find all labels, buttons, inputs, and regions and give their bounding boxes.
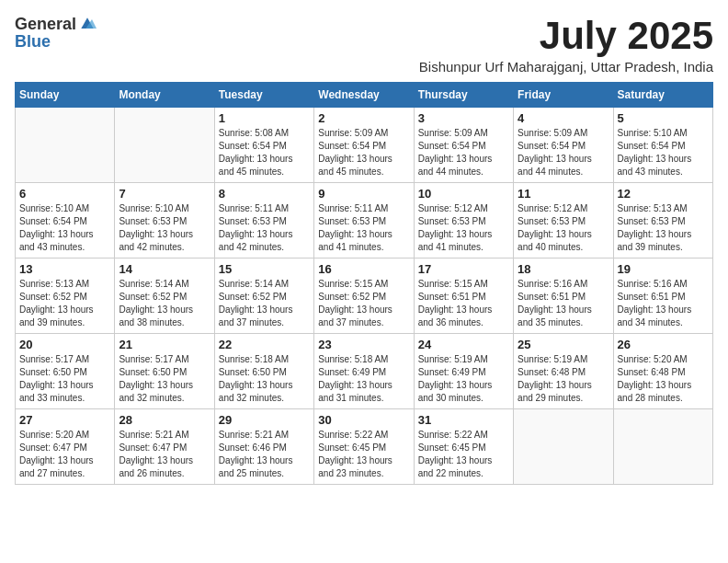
calendar-cell: 5Sunrise: 5:10 AM Sunset: 6:54 PM Daylig… (613, 108, 712, 183)
calendar-cell: 19Sunrise: 5:16 AM Sunset: 6:51 PM Dayli… (613, 259, 712, 334)
day-number: 20 (19, 338, 110, 351)
calendar-cell: 26Sunrise: 5:20 AM Sunset: 6:48 PM Dayli… (613, 334, 712, 409)
calendar-cell: 10Sunrise: 5:12 AM Sunset: 6:53 PM Dayli… (414, 183, 513, 259)
calendar-cell: 8Sunrise: 5:11 AM Sunset: 6:53 PM Daylig… (214, 183, 313, 259)
day-number: 12 (618, 187, 709, 201)
day-info: Sunrise: 5:16 AM Sunset: 6:51 PM Dayligh… (618, 278, 709, 329)
calendar-cell: 21Sunrise: 5:17 AM Sunset: 6:50 PM Dayli… (115, 334, 214, 409)
day-number: 16 (318, 262, 409, 276)
calendar-cell: 9Sunrise: 5:11 AM Sunset: 6:53 PM Daylig… (314, 183, 414, 259)
calendar-cell: 4Sunrise: 5:09 AM Sunset: 6:54 PM Daylig… (514, 108, 613, 183)
title-section: July 2025 Bishunpur Urf Maharajganj, Utt… (419, 15, 713, 75)
day-number: 27 (19, 413, 110, 427)
calendar-cell (514, 409, 613, 485)
day-info: Sunrise: 5:15 AM Sunset: 6:52 PM Dayligh… (318, 278, 409, 329)
calendar-cell: 16Sunrise: 5:15 AM Sunset: 6:52 PM Dayli… (314, 259, 414, 334)
calendar-cell: 7Sunrise: 5:10 AM Sunset: 6:53 PM Daylig… (115, 183, 214, 259)
day-info: Sunrise: 5:10 AM Sunset: 6:54 PM Dayligh… (618, 127, 709, 178)
day-number: 26 (618, 338, 709, 351)
calendar-week-row: 20Sunrise: 5:17 AM Sunset: 6:50 PM Dayli… (16, 334, 713, 409)
weekday-header: Sunday (16, 83, 115, 108)
weekday-header: Tuesday (214, 83, 313, 108)
day-info: Sunrise: 5:22 AM Sunset: 6:45 PM Dayligh… (418, 429, 509, 480)
day-number: 4 (518, 111, 609, 125)
calendar-cell: 15Sunrise: 5:14 AM Sunset: 6:52 PM Dayli… (214, 259, 313, 334)
weekday-header: Monday (115, 83, 214, 108)
calendar-cell (115, 108, 214, 183)
calendar-cell (16, 108, 115, 183)
day-info: Sunrise: 5:17 AM Sunset: 6:50 PM Dayligh… (19, 353, 110, 405)
calendar-cell: 14Sunrise: 5:14 AM Sunset: 6:52 PM Dayli… (115, 259, 214, 334)
day-number: 18 (518, 262, 609, 276)
calendar-week-row: 27Sunrise: 5:20 AM Sunset: 6:47 PM Dayli… (16, 409, 713, 485)
calendar-cell: 27Sunrise: 5:20 AM Sunset: 6:47 PM Dayli… (16, 409, 115, 485)
calendar-cell: 29Sunrise: 5:21 AM Sunset: 6:46 PM Dayli… (214, 409, 313, 485)
day-number: 10 (418, 187, 509, 201)
calendar-cell: 17Sunrise: 5:15 AM Sunset: 6:51 PM Dayli… (414, 259, 513, 334)
day-info: Sunrise: 5:18 AM Sunset: 6:49 PM Dayligh… (318, 353, 409, 405)
day-info: Sunrise: 5:17 AM Sunset: 6:50 PM Dayligh… (119, 353, 210, 405)
day-number: 6 (19, 187, 110, 201)
calendar-cell: 13Sunrise: 5:13 AM Sunset: 6:52 PM Dayli… (16, 259, 115, 334)
day-info: Sunrise: 5:20 AM Sunset: 6:48 PM Dayligh… (618, 353, 709, 405)
day-number: 15 (219, 262, 310, 276)
calendar-cell: 6Sunrise: 5:10 AM Sunset: 6:54 PM Daylig… (16, 183, 115, 259)
day-info: Sunrise: 5:15 AM Sunset: 6:51 PM Dayligh… (418, 278, 509, 329)
weekday-header: Saturday (613, 83, 712, 108)
day-info: Sunrise: 5:09 AM Sunset: 6:54 PM Dayligh… (318, 127, 409, 178)
day-info: Sunrise: 5:20 AM Sunset: 6:47 PM Dayligh… (19, 429, 110, 480)
location-subtitle: Bishunpur Urf Maharajganj, Uttar Pradesh… (419, 59, 713, 75)
day-info: Sunrise: 5:13 AM Sunset: 6:53 PM Dayligh… (618, 202, 709, 254)
day-info: Sunrise: 5:12 AM Sunset: 6:53 PM Dayligh… (418, 202, 509, 254)
day-info: Sunrise: 5:18 AM Sunset: 6:50 PM Dayligh… (219, 353, 310, 405)
calendar-cell: 25Sunrise: 5:19 AM Sunset: 6:48 PM Dayli… (514, 334, 613, 409)
calendar-cell: 20Sunrise: 5:17 AM Sunset: 6:50 PM Dayli… (16, 334, 115, 409)
day-info: Sunrise: 5:11 AM Sunset: 6:53 PM Dayligh… (219, 202, 310, 254)
day-info: Sunrise: 5:12 AM Sunset: 6:53 PM Dayligh… (518, 202, 609, 254)
calendar-table: SundayMondayTuesdayWednesdayThursdayFrid… (15, 82, 713, 485)
day-number: 17 (418, 262, 509, 276)
calendar-cell: 24Sunrise: 5:19 AM Sunset: 6:49 PM Dayli… (414, 334, 513, 409)
day-info: Sunrise: 5:13 AM Sunset: 6:52 PM Dayligh… (19, 278, 110, 329)
weekday-header: Friday (514, 83, 613, 108)
logo: General Blue (15, 15, 97, 50)
calendar-header-row: SundayMondayTuesdayWednesdayThursdayFrid… (16, 83, 713, 108)
calendar-cell: 22Sunrise: 5:18 AM Sunset: 6:50 PM Dayli… (214, 334, 313, 409)
day-info: Sunrise: 5:21 AM Sunset: 6:47 PM Dayligh… (119, 429, 210, 480)
day-number: 9 (318, 187, 409, 201)
calendar-cell: 18Sunrise: 5:16 AM Sunset: 6:51 PM Dayli… (514, 259, 613, 334)
month-title: July 2025 (419, 15, 713, 57)
day-number: 14 (119, 262, 210, 276)
calendar-week-row: 1Sunrise: 5:08 AM Sunset: 6:54 PM Daylig… (16, 108, 713, 183)
day-number: 23 (318, 338, 409, 351)
day-number: 7 (119, 187, 210, 201)
day-info: Sunrise: 5:14 AM Sunset: 6:52 PM Dayligh… (219, 278, 310, 329)
day-info: Sunrise: 5:09 AM Sunset: 6:54 PM Dayligh… (418, 127, 509, 178)
day-info: Sunrise: 5:22 AM Sunset: 6:45 PM Dayligh… (318, 429, 409, 480)
calendar-week-row: 6Sunrise: 5:10 AM Sunset: 6:54 PM Daylig… (16, 183, 713, 259)
logo-icon (78, 15, 97, 33)
calendar-cell: 2Sunrise: 5:09 AM Sunset: 6:54 PM Daylig… (314, 108, 414, 183)
logo-blue-text: Blue (15, 33, 51, 50)
calendar-cell: 23Sunrise: 5:18 AM Sunset: 6:49 PM Dayli… (314, 334, 414, 409)
day-info: Sunrise: 5:11 AM Sunset: 6:53 PM Dayligh… (318, 202, 409, 254)
weekday-header: Thursday (414, 83, 513, 108)
page-header: General Blue July 2025 Bishunpur Urf Mah… (15, 15, 713, 75)
day-number: 28 (119, 413, 210, 427)
day-number: 13 (19, 262, 110, 276)
calendar-cell: 30Sunrise: 5:22 AM Sunset: 6:45 PM Dayli… (314, 409, 414, 485)
day-number: 8 (219, 187, 310, 201)
day-number: 22 (219, 338, 310, 351)
day-number: 1 (219, 111, 310, 125)
day-number: 31 (418, 413, 509, 427)
day-number: 5 (618, 111, 709, 125)
day-number: 30 (318, 413, 409, 427)
calendar-cell: 12Sunrise: 5:13 AM Sunset: 6:53 PM Dayli… (613, 183, 712, 259)
day-info: Sunrise: 5:14 AM Sunset: 6:52 PM Dayligh… (119, 278, 210, 329)
day-number: 21 (119, 338, 210, 351)
calendar-cell (613, 409, 712, 485)
day-number: 19 (618, 262, 709, 276)
weekday-header: Wednesday (314, 83, 414, 108)
logo-general-text: General (15, 16, 76, 32)
day-info: Sunrise: 5:21 AM Sunset: 6:46 PM Dayligh… (219, 429, 310, 480)
